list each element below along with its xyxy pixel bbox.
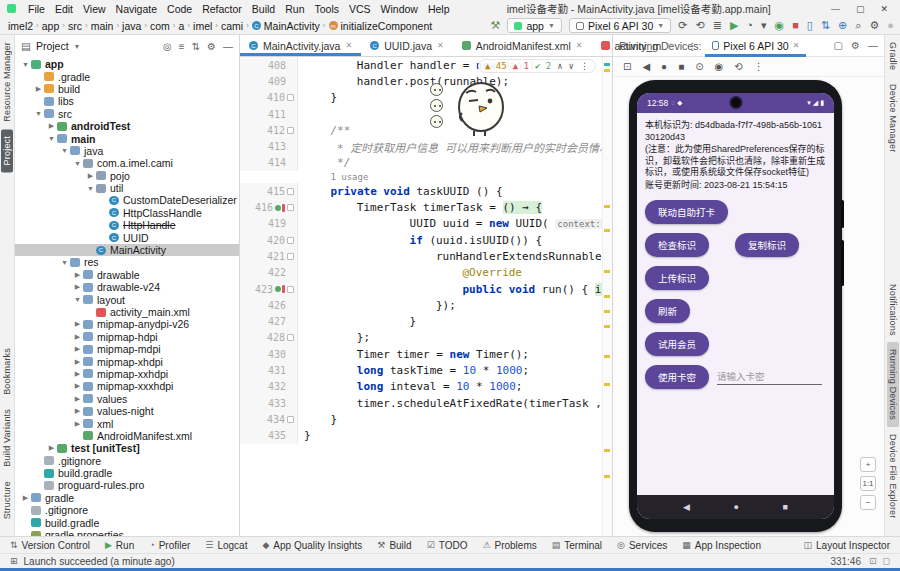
rotate-device-icon[interactable]: ⊡ bbox=[623, 61, 631, 72]
app-button[interactable]: 上传标识 bbox=[645, 266, 709, 290]
breadcrumb-item[interactable]: src bbox=[66, 20, 84, 32]
code-line[interactable]: 435 } bbox=[240, 428, 612, 444]
back-nav-icon[interactable]: ◀ bbox=[683, 502, 690, 512]
card-key-input[interactable] bbox=[717, 369, 822, 385]
tree-item[interactable]: ▶mipmap-xxhdpi bbox=[15, 368, 239, 380]
tree-item[interactable]: ▼res bbox=[15, 256, 239, 268]
tool-window-button-run[interactable]: ▶Run bbox=[105, 540, 134, 551]
apply-changes-icon[interactable]: ⟳ bbox=[678, 20, 687, 31]
editor-scrollbar[interactable] bbox=[602, 57, 612, 536]
tree-item[interactable]: CMainActivity bbox=[15, 244, 239, 256]
code-line[interactable]: 421runHandlerExtendsRunnable(new R bbox=[240, 248, 612, 264]
panel-settings-icon[interactable]: ⚙ bbox=[207, 41, 216, 52]
chevron-icon[interactable]: ▶ bbox=[21, 494, 30, 502]
menu-code[interactable]: Code bbox=[162, 2, 197, 16]
tool-strip-structure[interactable]: Structure bbox=[1, 474, 13, 526]
phone-screen[interactable]: 12:58 ◌◆ ▾◢▮ 本机标识为: d54dbada-f7f7-498b-a… bbox=[637, 93, 834, 519]
chevron-icon[interactable]: ▶ bbox=[73, 395, 82, 403]
code-line[interactable]: 433 timer.scheduleAtFixedRate(timerTask … bbox=[240, 395, 612, 411]
overview-icon[interactable]: ■ bbox=[678, 61, 684, 72]
code-line[interactable]: 410} bbox=[240, 90, 612, 106]
back-icon[interactable]: ◀ bbox=[642, 61, 650, 72]
gutter-marker-icon[interactable] bbox=[275, 204, 285, 212]
next-issue-icon[interactable]: ∨ bbox=[569, 61, 574, 71]
device-manager-icon[interactable]: ▯ bbox=[807, 20, 813, 31]
zoom-in-button[interactable]: + bbox=[860, 457, 876, 472]
code-line[interactable]: 420if (uuid.isUUID()) { bbox=[240, 232, 612, 248]
tree-item[interactable]: ▼app bbox=[15, 58, 239, 70]
breadcrumb-item[interactable]: imel2 bbox=[6, 20, 35, 32]
fold-icon[interactable] bbox=[287, 127, 294, 134]
fold-icon[interactable] bbox=[287, 416, 294, 423]
tree-item[interactable]: ▶mipmap-xxxhdpi bbox=[15, 380, 239, 392]
chevron-down-icon[interactable]: ∨ bbox=[666, 41, 672, 50]
tree-item[interactable]: CUUID bbox=[15, 231, 239, 243]
tree-item[interactable]: ▶mipmap-anydpi-v26 bbox=[15, 318, 239, 330]
tool-strip-resource-manager[interactable]: Resource Manager bbox=[1, 35, 13, 129]
code-line[interactable]: 432 long inteval = 10 * 1000; bbox=[240, 379, 612, 395]
inspections-widget[interactable]: ▲ 45 ▲ 1 ✔ 2 ∧ ∨ ⋮ bbox=[478, 59, 596, 73]
tree-item[interactable]: activity_main.xml bbox=[15, 306, 239, 318]
tree-item[interactable]: ▼com.a.imel.cami bbox=[15, 157, 239, 169]
zoom-reset-button[interactable]: 1:1 bbox=[860, 476, 876, 491]
tab-uuid-java[interactable]: CUUID.java✕ bbox=[361, 35, 453, 56]
hide-panel-icon[interactable]: — bbox=[223, 41, 233, 52]
code-line[interactable]: 419 UUID uuid = new UUID( context: MainA… bbox=[240, 216, 612, 232]
code-line[interactable]: 412/** bbox=[240, 122, 612, 138]
app-button[interactable]: 刷新 bbox=[645, 299, 690, 323]
chevron-icon[interactable]: ▼ bbox=[73, 160, 82, 167]
code-line[interactable]: 423public void run() { initial bbox=[240, 281, 612, 297]
tool-strip-project[interactable]: Project bbox=[1, 129, 13, 172]
app-button[interactable]: 联动自助打卡 bbox=[645, 200, 728, 224]
chevron-icon[interactable]: ▼ bbox=[47, 135, 56, 142]
chevron-icon[interactable]: ▶ bbox=[73, 333, 82, 341]
profiler-icon[interactable]: ◔ bbox=[746, 20, 753, 31]
settings-icon[interactable]: ⚙ bbox=[869, 20, 879, 31]
home-nav-icon[interactable]: ● bbox=[734, 502, 739, 512]
prev-issue-icon[interactable]: ∧ bbox=[557, 61, 562, 71]
tool-window-button-build[interactable]: ⚒Build bbox=[377, 540, 411, 551]
breadcrumb-item[interactable]: java bbox=[120, 20, 143, 32]
search-icon[interactable]: ⌕ bbox=[855, 20, 861, 31]
breadcrumb-item[interactable]: imel bbox=[191, 20, 214, 32]
breadcrumb-item[interactable]: a bbox=[177, 20, 187, 32]
breadcrumb-item[interactable]: com bbox=[148, 20, 172, 32]
menu-vcs[interactable]: VCS bbox=[344, 2, 376, 16]
chevron-icon[interactable]: ▶ bbox=[47, 122, 56, 130]
menu-window[interactable]: Window bbox=[376, 2, 423, 16]
menu-edit[interactable]: Edit bbox=[50, 2, 78, 16]
chevron-icon[interactable]: ▼ bbox=[73, 296, 82, 303]
hide-device-panel-icon[interactable]: — bbox=[868, 40, 878, 51]
chevron-icon[interactable]: ▶ bbox=[47, 444, 56, 452]
chevron-icon[interactable]: ▶ bbox=[73, 271, 82, 279]
stop-icon[interactable]: ■ bbox=[792, 20, 799, 31]
device-tab[interactable]: Pixel 6 API 30 ✕ bbox=[705, 35, 806, 57]
close-icon[interactable]: ✕ bbox=[880, 4, 888, 14]
chevron-icon[interactable]: ▶ bbox=[73, 358, 82, 366]
chevron-icon[interactable]: ▶ bbox=[73, 420, 82, 428]
tree-item[interactable]: ▶test [unitTest] bbox=[15, 442, 239, 454]
tree-item[interactable]: AndroidManifest.xml bbox=[15, 430, 239, 442]
apply-code-changes-icon[interactable]: ⟲ bbox=[695, 20, 704, 31]
tab-mainactivity-java[interactable]: CMainActivity.java✕ bbox=[240, 35, 361, 56]
sync-icon[interactable]: ⇅ bbox=[821, 20, 830, 31]
tree-item[interactable]: .gradle bbox=[15, 70, 239, 82]
code-line[interactable]: 414 */ bbox=[240, 155, 612, 171]
tree-item[interactable]: gradle.properties bbox=[15, 529, 239, 536]
tree-item[interactable]: ▼java bbox=[15, 145, 239, 157]
locate-file-icon[interactable]: ◎ bbox=[163, 41, 172, 52]
chevron-icon[interactable]: ▶ bbox=[73, 283, 82, 291]
tree-item[interactable]: ▶xml bbox=[15, 417, 239, 429]
tool-strip-bookmarks[interactable]: Bookmarks bbox=[1, 341, 13, 402]
menu-build[interactable]: Build bbox=[247, 2, 280, 16]
tool-strip-gradle[interactable]: Gradle bbox=[887, 35, 899, 77]
chevron-icon[interactable]: ▼ bbox=[21, 61, 30, 68]
tree-item[interactable]: ▶pojo bbox=[15, 170, 239, 182]
menu-run[interactable]: Run bbox=[280, 2, 309, 16]
tree-item[interactable]: build.gradle bbox=[15, 516, 239, 528]
tree-item[interactable]: .gitignore bbox=[15, 504, 239, 516]
code-line[interactable]: 413 * 定时获取用户信息 可以用来判断用户的实时会员情况 bbox=[240, 138, 612, 154]
tool-strip-device-manager[interactable]: Device Manager bbox=[887, 77, 899, 159]
chevron-icon[interactable]: ▶ bbox=[73, 370, 82, 378]
record-icon[interactable]: ◉ bbox=[715, 61, 724, 72]
